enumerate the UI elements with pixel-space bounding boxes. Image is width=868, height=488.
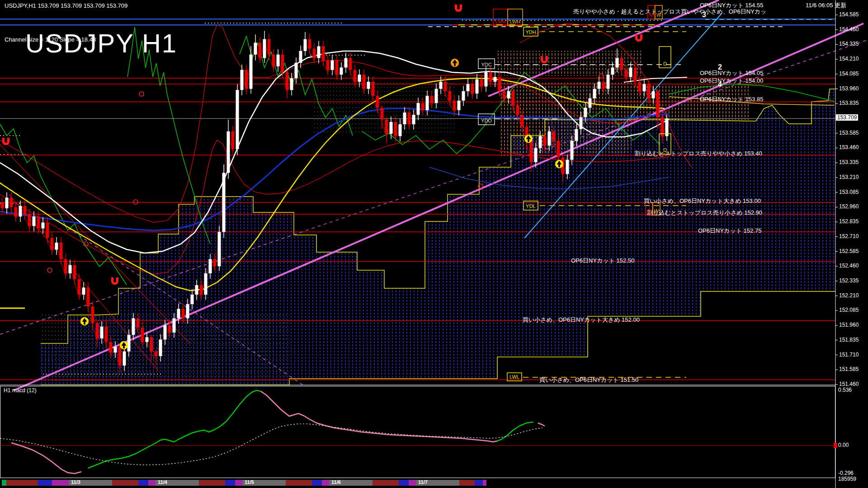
macd-signal-line — [0, 424, 542, 465]
timeline-segment[interactable] — [2, 480, 6, 486]
price-axis-label: 151.460 — [839, 381, 859, 387]
timeline-segment[interactable] — [6, 480, 38, 486]
candle — [485, 67, 488, 92]
candle — [322, 41, 325, 66]
candle — [272, 49, 275, 72]
candle — [24, 201, 27, 220]
timeline-date: 11/6 — [331, 479, 341, 485]
candle — [317, 41, 321, 64]
chart-annotation: 買い小さめ、OP6日NYカット大きめ 153.00 — [644, 197, 761, 205]
green-zigzag-2 — [0, 124, 127, 285]
timeline-segment[interactable] — [322, 480, 329, 486]
price-axis-label: 152.710 — [839, 233, 859, 239]
timeline-segment[interactable] — [399, 480, 409, 486]
timeline-segment[interactable] — [52, 480, 69, 486]
candle — [51, 233, 54, 255]
chart-annotation: OP6日NYカット 153.85 — [700, 95, 763, 103]
chart-annotation: OP6日NYカット 152.50 — [571, 257, 634, 265]
label-box-text: LMH — [493, 19, 508, 24]
price-axis-label: 153.835 — [839, 100, 859, 106]
candle — [340, 62, 343, 80]
candle — [281, 49, 284, 78]
price-axis-label: 154.085 — [839, 70, 859, 77]
timeline-segment[interactable] — [199, 480, 225, 486]
mt4-chart-window[interactable]: USDJPY H1 — [0, 0, 868, 488]
timeline-segment[interactable] — [138, 480, 148, 486]
candle — [458, 95, 461, 115]
candle — [60, 237, 63, 264]
candle — [308, 34, 311, 54]
candle — [268, 34, 271, 60]
wave-number: 2 — [718, 63, 722, 71]
price-axis-label: 153.585 — [839, 130, 859, 136]
timeline-segment[interactable] — [459, 480, 475, 486]
candle — [82, 282, 85, 300]
red-arrow-icon — [111, 277, 119, 285]
candle — [286, 70, 289, 99]
orange-arrow-icon — [451, 59, 459, 67]
chart-annotation: 買い小さめ、OP6日NYカット 151.50 — [539, 376, 638, 384]
trade-marker — [139, 92, 144, 96]
timeline-segment[interactable] — [235, 480, 242, 486]
candle — [385, 117, 388, 143]
timeline-segment[interactable] — [38, 480, 52, 486]
macd-line-segment — [497, 422, 533, 441]
candle — [349, 53, 352, 75]
chart-annotation: 買い小さめ、OP6日NYカット大きめ 152.00 — [523, 316, 640, 324]
chart-annotation: OP6日NYカット 154.05 — [700, 69, 763, 77]
macd-axis-max: 0.536 — [838, 387, 852, 393]
label-box-text: M — [648, 12, 655, 18]
timeline-segment[interactable] — [475, 480, 483, 486]
timeline-segment[interactable] — [148, 480, 156, 486]
candle — [462, 86, 465, 106]
chart-annotation: OP6日NYカット 152.75 — [698, 227, 761, 235]
candle — [218, 226, 221, 271]
chart-annotation: 割り込むとストップロス売り小さめ 152.90 — [647, 209, 762, 217]
timeline-segment[interactable] — [312, 480, 322, 486]
chart-annotation: OP6日NYカット 154.00 — [700, 77, 763, 85]
candle — [222, 164, 226, 238]
macd-axis-min: -0.296 — [838, 470, 854, 476]
price-axis-label: 152.335 — [839, 277, 859, 284]
timeline-segment[interactable] — [286, 480, 312, 486]
update-timestamp: 11/6 06:05 更新 — [806, 1, 846, 9]
price-axis-label: 152.835 — [839, 218, 859, 225]
macd-line-segment — [11, 443, 81, 474]
candle — [326, 55, 330, 75]
macd-line-segment — [88, 390, 261, 468]
timeline-segment[interactable] — [373, 480, 399, 486]
candle — [55, 237, 58, 255]
candle — [14, 202, 18, 222]
macd-indicator-label: H1 macd (12) — [4, 387, 37, 394]
candle — [250, 46, 253, 94]
cloud-patch — [312, 79, 457, 136]
candle — [69, 260, 72, 279]
label-box-text: LWL — [507, 374, 522, 380]
candle — [290, 73, 293, 95]
candle — [313, 43, 316, 63]
macd-axis-zero: 0.00 — [838, 442, 849, 448]
macd-line-segment — [261, 391, 497, 442]
trade-marker — [133, 200, 138, 204]
timeline-segment[interactable] — [409, 480, 416, 486]
candle — [227, 120, 230, 179]
macd-pane-border — [0, 386, 835, 478]
trade-marker — [47, 268, 52, 272]
timeline-segment[interactable] — [112, 480, 138, 486]
price-axis-label: 152.460 — [839, 263, 859, 269]
chart-annotation: 売りやや小さめ・超えるとストップロス買いやや小さめ、OP6日NYカッ — [573, 8, 766, 16]
timeline-segment[interactable] — [483, 480, 486, 486]
price-axis-label: 153.335 — [839, 159, 859, 165]
timeline-segment[interactable] — [225, 480, 235, 486]
timeline-date: 11/3 — [71, 479, 80, 485]
macd-zero-tick — [834, 443, 837, 448]
price-axis-label: 151.585 — [839, 366, 859, 372]
price-axis-label: 154.585 — [839, 11, 859, 18]
price-axis-label: 151.960 — [839, 322, 859, 328]
label-box-text: M — [646, 208, 652, 214]
candle — [467, 79, 470, 96]
candle — [480, 74, 483, 92]
candle — [471, 79, 474, 99]
macd-line-segment — [538, 423, 545, 426]
current-price-tag: 153.709 — [836, 114, 858, 121]
